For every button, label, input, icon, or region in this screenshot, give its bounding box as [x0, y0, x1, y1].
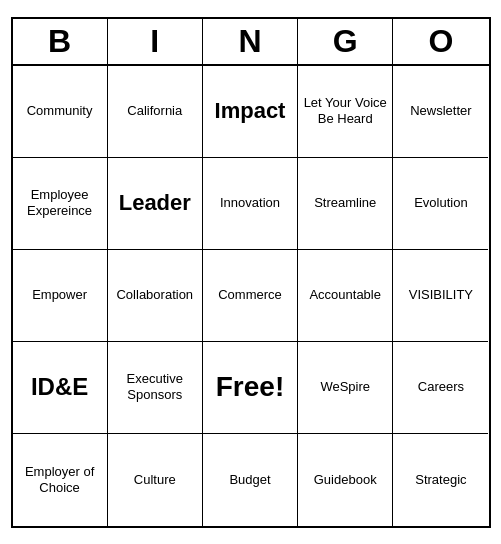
bingo-cell: Employer of Choice [13, 434, 108, 526]
bingo-cell: Let Your Voice Be Heard [298, 66, 393, 158]
bingo-cell: Budget [203, 434, 298, 526]
bingo-card: BINGO CommunityCaliforniaImpactLet Your … [11, 17, 491, 528]
header-letter: B [13, 19, 108, 64]
bingo-cell: Innovation [203, 158, 298, 250]
bingo-cell: Newsletter [393, 66, 488, 158]
header-letter: N [203, 19, 298, 64]
bingo-cell: Accountable [298, 250, 393, 342]
bingo-cell: Empower [13, 250, 108, 342]
bingo-cell: Evolution [393, 158, 488, 250]
header-letter: O [393, 19, 488, 64]
bingo-cell: Executive Sponsors [108, 342, 203, 434]
bingo-cell: WeSpire [298, 342, 393, 434]
bingo-cell: VISIBILITY [393, 250, 488, 342]
header-letter: G [298, 19, 393, 64]
bingo-cell: ID&E [13, 342, 108, 434]
bingo-cell: Free! [203, 342, 298, 434]
bingo-cell: Community [13, 66, 108, 158]
header-letter: I [108, 19, 203, 64]
bingo-cell: Employee Expereince [13, 158, 108, 250]
bingo-cell: California [108, 66, 203, 158]
bingo-header: BINGO [13, 19, 489, 66]
bingo-cell: Impact [203, 66, 298, 158]
bingo-cell: Guidebook [298, 434, 393, 526]
bingo-cell: Strategic [393, 434, 488, 526]
bingo-cell: Streamline [298, 158, 393, 250]
bingo-cell: Culture [108, 434, 203, 526]
bingo-cell: Leader [108, 158, 203, 250]
bingo-cell: Careers [393, 342, 488, 434]
bingo-cell: Collaboration [108, 250, 203, 342]
bingo-cell: Commerce [203, 250, 298, 342]
bingo-grid: CommunityCaliforniaImpactLet Your Voice … [13, 66, 489, 526]
